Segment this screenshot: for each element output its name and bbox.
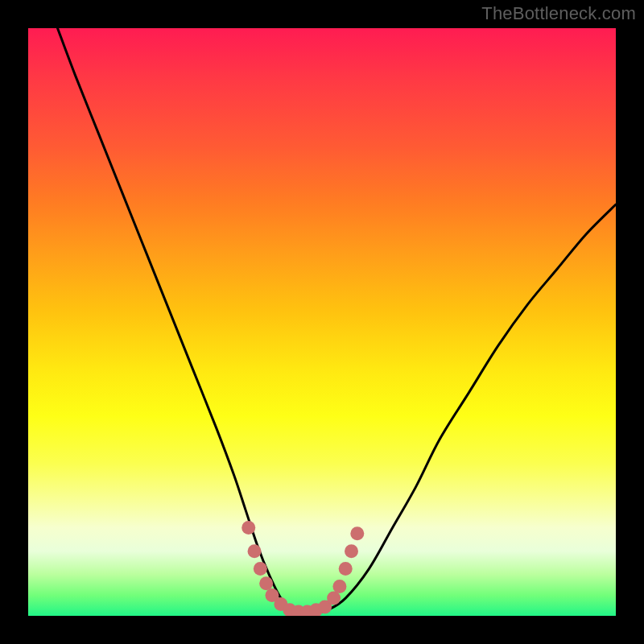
data-marker — [345, 544, 358, 558]
data-marker — [254, 562, 267, 576]
data-marker — [332, 580, 346, 593]
watermark-text: TheBottleneck.com — [481, 3, 636, 24]
data-marker — [339, 562, 353, 576]
chart-plot — [28, 28, 616, 616]
data-marker — [327, 592, 341, 605]
data-marker — [248, 544, 262, 558]
data-marker — [259, 576, 273, 590]
chart-container: TheBottleneck.com — [0, 0, 644, 644]
curve-line — [58, 28, 617, 613]
data-marker — [350, 526, 364, 540]
data-marker — [242, 521, 255, 535]
